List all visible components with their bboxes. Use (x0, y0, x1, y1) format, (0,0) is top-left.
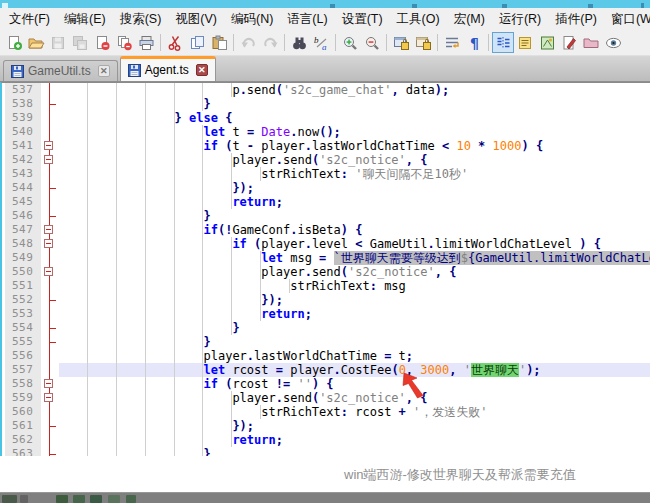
code-text[interactable]: strRichText: msg (59, 279, 650, 293)
tab-agent-ts[interactable]: Agent.ts✕ (120, 56, 216, 81)
code-text[interactable]: } (59, 97, 650, 111)
code-text[interactable]: p.send('s2c_game_chat', data); (59, 83, 650, 97)
taskbar-icon[interactable] (108, 495, 120, 503)
code-text[interactable]: } else { (59, 111, 650, 125)
svg-text:a: a (322, 42, 327, 51)
code-text[interactable]: if(!GameConf.isBeta) { (59, 223, 650, 237)
menu-item-4[interactable]: 编码(N) (224, 9, 280, 30)
view-eye-button[interactable] (602, 32, 624, 53)
tab-close-icon[interactable]: ✕ (98, 65, 110, 77)
menu-item-0[interactable]: 文件(F) (2, 9, 57, 30)
copy-button[interactable] (186, 32, 208, 53)
redo-button[interactable] (259, 32, 281, 53)
function-list-button[interactable] (514, 32, 536, 53)
code-text[interactable]: }); (59, 419, 650, 433)
svg-text:b: b (314, 35, 319, 45)
code-text[interactable]: player.send('s2c_notice', { (59, 391, 650, 405)
menu-item-7[interactable]: 工具(O) (390, 9, 447, 30)
fold-end-tick (50, 104, 56, 105)
fold-collapse-icon[interactable] (44, 141, 53, 150)
menu-item-1[interactable]: 编辑(E) (57, 9, 113, 30)
code-text[interactable]: let rcost = player.CostFee(0, 3000, '世界聊… (59, 363, 650, 377)
code-text[interactable]: strRichText: rcost + '，发送失败' (59, 405, 650, 419)
save-file-button[interactable] (47, 32, 69, 53)
replace-button[interactable]: ba (310, 32, 332, 53)
sync-vertical-button[interactable] (390, 32, 412, 53)
fold-margin (41, 251, 59, 265)
taskbar-icon[interactable] (73, 495, 85, 503)
indent-guide-button[interactable] (492, 32, 514, 53)
code-line-544: 544 }); (2, 181, 650, 195)
code-text[interactable]: return; (59, 433, 650, 447)
save-all-button[interactable] (69, 32, 91, 53)
line-number: 560 (5, 405, 41, 419)
sync-vertical-icon (393, 35, 410, 51)
macro-record-button[interactable] (558, 32, 580, 53)
word-wrap-button[interactable] (441, 32, 463, 53)
taskbar-icon[interactable] (2, 495, 17, 503)
undo-button[interactable] (237, 32, 259, 53)
fold-collapse-icon[interactable] (44, 239, 53, 248)
code-text[interactable]: }); (59, 181, 650, 195)
code-text[interactable]: } (59, 209, 650, 223)
fold-margin (41, 125, 59, 139)
window-titlebar[interactable] (0, 0, 650, 8)
menu-item-6[interactable]: 设置(T) (335, 9, 390, 30)
project-folder-button[interactable] (580, 32, 602, 53)
menu-item-2[interactable]: 搜索(S) (113, 9, 169, 30)
zoom-in-button[interactable] (339, 32, 361, 53)
code-text[interactable]: return; (59, 307, 650, 321)
close-all-button[interactable] (113, 32, 135, 53)
line-number: 538 (5, 97, 41, 111)
line-number: 551 (5, 279, 41, 293)
code-editor[interactable]: 537 p.send('s2c_game_chat', data);538 }5… (0, 82, 650, 456)
code-text[interactable]: player.lastWorldChatTime = t; (59, 349, 650, 363)
fold-collapse-icon[interactable] (44, 155, 53, 164)
code-text[interactable]: if (player.level < GameUtil.limitWorldCh… (59, 237, 650, 251)
code-text[interactable]: return; (59, 195, 650, 209)
code-text[interactable]: } (59, 335, 650, 349)
code-text[interactable]: player.send('s2c_notice', { (59, 153, 650, 167)
code-text[interactable]: let t = Date.now(); (59, 125, 650, 139)
code-text[interactable]: }); (59, 293, 650, 307)
cut-button[interactable] (164, 32, 186, 53)
code-text[interactable]: player.send('s2c_notice', { (59, 265, 650, 279)
tab-gameutil-ts[interactable]: GameUtil.ts✕ (3, 60, 118, 81)
menu-item-8[interactable]: 宏(M) (447, 9, 492, 30)
tab-close-icon[interactable]: ✕ (196, 64, 208, 76)
line-number: 544 (5, 181, 41, 195)
code-text[interactable]: } (59, 321, 650, 335)
fold-collapse-icon[interactable] (44, 267, 53, 276)
taskbar-icon[interactable] (56, 495, 68, 503)
code-line-553: 553 return; (2, 307, 650, 321)
code-text[interactable]: strRichText: '聊天间隔不足10秒' (59, 167, 650, 181)
menu-item-10[interactable]: 插件(P) (548, 9, 604, 30)
code-text[interactable]: } (59, 447, 650, 456)
fold-margin (41, 405, 59, 419)
document-map-button[interactable] (536, 32, 558, 53)
close-file-button[interactable] (91, 32, 113, 53)
open-file-button[interactable] (25, 32, 47, 53)
fold-collapse-icon[interactable] (44, 393, 53, 402)
taskbar-icon[interactable] (126, 495, 136, 503)
code-text[interactable]: let msg = `世界聊天需要等级达到${GameUtil.limitWor… (59, 251, 650, 265)
sync-horizontal-button[interactable] (412, 32, 434, 53)
menu-item-9[interactable]: 运行(R) (492, 9, 548, 30)
print-button[interactable] (135, 32, 157, 53)
find-button[interactable] (288, 32, 310, 53)
menu-item-11[interactable]: 窗口(W) (604, 9, 650, 30)
show-all-characters-button[interactable]: ¶ (463, 32, 485, 53)
code-text[interactable]: if (t - player.lastWorldChatTime < 10 * … (59, 139, 650, 153)
code-text[interactable]: if (rcost != '') { (59, 377, 650, 391)
taskbar-strip[interactable] (0, 492, 650, 503)
taskbar-icon[interactable] (20, 495, 28, 503)
fold-collapse-icon[interactable] (44, 225, 53, 234)
taskbar-icon[interactable] (90, 495, 102, 503)
menu-item-5[interactable]: 语言(L) (280, 9, 334, 30)
line-number: 552 (5, 293, 41, 307)
paste-button[interactable] (208, 32, 230, 53)
menu-item-3[interactable]: 视图(V) (168, 9, 224, 30)
zoom-out-button[interactable] (361, 32, 383, 53)
new-file-button[interactable] (3, 32, 25, 53)
fold-collapse-icon[interactable] (44, 379, 53, 388)
